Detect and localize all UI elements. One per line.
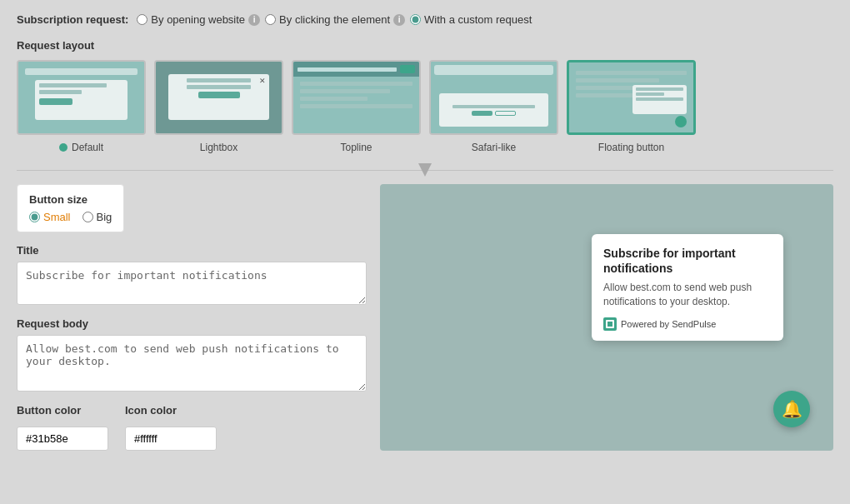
radio-custom-label: With a custom request — [424, 13, 532, 26]
info-icon-clicking[interactable]: i — [393, 14, 405, 26]
layout-thumbnail-floating — [567, 60, 696, 135]
radio-small-label: Small — [43, 211, 71, 223]
layout-label-lightbox: Lightbox — [200, 142, 238, 153]
radio-big-label: Big — [97, 211, 112, 223]
preview-popup-title: Subscribe for important notifications — [603, 246, 772, 276]
radio-by-clicking[interactable]: By clicking the element i — [265, 13, 405, 26]
body-field-group: Request body Allow best.com to send web … — [17, 317, 367, 394]
title-field-label: Title — [17, 244, 367, 257]
page-wrapper: Subscription request: By opening website… — [0, 0, 850, 504]
preview-popup-body: Allow best.com to send web push notifica… — [603, 281, 772, 309]
subscription-request-label: Subscription request: — [17, 13, 128, 26]
title-input[interactable]: Subscribe for important notifications — [17, 262, 367, 305]
info-icon-opening[interactable]: i — [248, 14, 260, 26]
layout-label-topline: Topline — [340, 142, 372, 153]
layout-card-safari[interactable]: Safari-like — [429, 60, 558, 153]
icon-color-input-wrap — [125, 427, 217, 451]
layout-card-lightbox[interactable]: ✕ Lightbox — [154, 60, 283, 153]
preview-popup: Subscribe for important notifications Al… — [592, 234, 783, 341]
bottom-section: Button size Small Big Title Subscribe fo… — [17, 184, 833, 451]
radio-big[interactable]: Big — [82, 211, 112, 223]
layout-thumbnail-lightbox: ✕ — [154, 60, 283, 135]
floating-bell-button[interactable]: 🔔 — [773, 391, 810, 427]
button-color-label: Button color — [17, 404, 108, 417]
radio-by-clicking-label: By clicking the element — [279, 13, 390, 26]
radio-by-opening[interactable]: By opening website i — [137, 13, 260, 26]
title-field-group: Title Subscribe for important notificati… — [17, 244, 367, 307]
layout-options: Default ✕ Lightbox — [17, 60, 833, 153]
icon-color-input[interactable] — [125, 427, 217, 451]
layout-thumbnail-topline — [292, 60, 421, 135]
powered-label: Powered by SendPulse — [621, 319, 716, 329]
body-field-label: Request body — [17, 317, 367, 330]
button-size-title: Button size — [29, 193, 112, 206]
icon-color-label: Icon color — [125, 404, 217, 417]
layout-label-default: Default — [59, 142, 103, 153]
right-panel: Subscribe for important notifications Al… — [380, 184, 833, 451]
divider-arrow — [418, 163, 432, 177]
body-input[interactable]: Allow best.com to send web push notifica… — [17, 335, 367, 392]
bell-icon: 🔔 — [782, 399, 802, 419]
color-row: Button color Icon color — [17, 404, 367, 451]
button-size-radio-group: Small Big — [29, 211, 112, 223]
button-color-group: Button color — [17, 404, 108, 451]
left-panel: Button size Small Big Title Subscribe fo… — [17, 184, 367, 451]
layout-card-floating[interactable]: Floating button — [567, 60, 696, 153]
close-x-icon: ✕ — [259, 77, 266, 85]
layout-label-safari: Safari-like — [472, 142, 516, 153]
selected-dot-default — [59, 143, 68, 152]
layout-thumbnail-safari — [429, 60, 558, 135]
radio-custom-request[interactable]: With a custom request — [410, 13, 532, 26]
sendpulse-logo — [603, 317, 617, 331]
sendpulse-logo-inner — [606, 320, 614, 328]
layout-card-default[interactable]: Default — [17, 60, 146, 153]
request-layout-title: Request layout — [17, 39, 833, 52]
radio-by-opening-label: By opening website — [151, 13, 245, 26]
button-color-input-wrap — [17, 427, 108, 451]
button-size-box: Button size Small Big — [17, 184, 124, 232]
section-divider — [17, 170, 833, 171]
layout-label-floating: Floating button — [598, 142, 664, 153]
layout-card-topline[interactable]: Topline — [292, 60, 421, 153]
subscription-request-row: Subscription request: By opening website… — [17, 13, 833, 26]
button-color-input[interactable] — [17, 427, 108, 451]
icon-color-group: Icon color — [125, 404, 217, 451]
preview-powered: Powered by SendPulse — [603, 317, 772, 331]
layout-thumbnail-default — [17, 60, 146, 135]
radio-small[interactable]: Small — [29, 211, 71, 223]
